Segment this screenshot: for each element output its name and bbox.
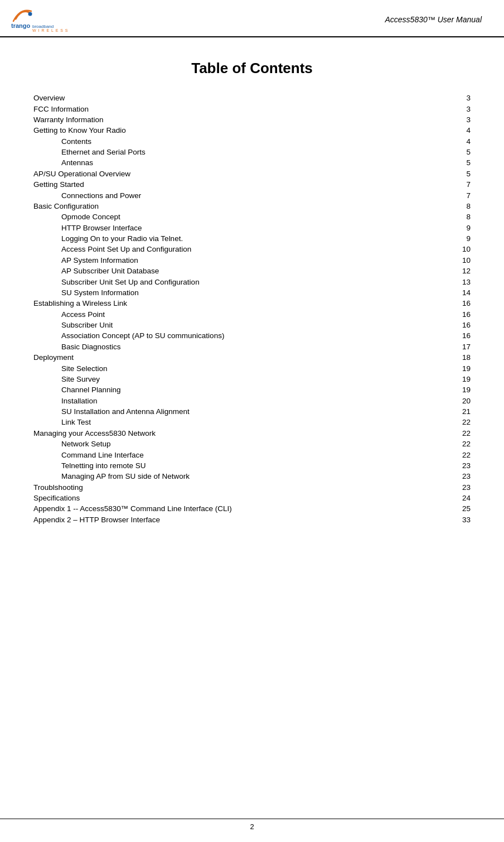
toc-row: Telnetting into remote SU23 [33, 460, 471, 471]
toc-label: Antennas [33, 157, 405, 168]
toc-label: Contents [33, 136, 405, 147]
toc-row: Command Line Interface22 [33, 449, 471, 460]
toc-label: Opmode Concept [33, 211, 405, 222]
toc-page: 7 [405, 179, 471, 190]
toc-page: 19 [405, 384, 471, 395]
toc-label: Appendix 1 -- Access5830™ Command Line I… [33, 503, 405, 514]
toc-row: Basic Configuration8 [33, 201, 471, 211]
toc-row: Establishing a Wireless Link16 [33, 298, 471, 309]
page-number: 2 [250, 822, 254, 831]
toc-label: SU System Information [33, 287, 405, 298]
logo-area: trango broadband W I R E L E S S [11, 7, 72, 32]
toc-row: Overview3 [33, 93, 471, 103]
toc-label: Basic Diagnostics [33, 341, 405, 352]
toc-row: Contents4 [33, 136, 471, 147]
toc-row: Getting to Know Your Radio4 [33, 125, 471, 136]
toc-row: Appendix 2 – HTTP Browser Interface33 [33, 514, 471, 525]
toc-row: Subscriber Unit16 [33, 320, 471, 330]
toc-label: Managing AP from SU side of Network [33, 471, 405, 482]
toc-row: Warranty Information3 [33, 114, 471, 125]
toc-page: 24 [405, 493, 471, 503]
toc-row: FCC Information3 [33, 103, 471, 114]
toc-label: Link Test [33, 417, 405, 427]
toc-page: 7 [405, 190, 471, 200]
logo-box: trango broadband W I R E L E S S [11, 7, 72, 32]
toc-page: 22 [405, 449, 471, 460]
toc-row: SU System Information14 [33, 287, 471, 298]
toc-page: 19 [405, 363, 471, 373]
toc-page: 4 [405, 136, 471, 147]
toc-page: 23 [405, 471, 471, 482]
toc-label: Access Point [33, 309, 405, 320]
toc-page: 21 [405, 406, 471, 417]
toc-label: Basic Configuration [33, 201, 405, 211]
toc-page: 10 [405, 255, 471, 266]
toc-page: 5 [405, 147, 471, 157]
toc-page: 9 [405, 223, 471, 233]
toc-label: Deployment [33, 352, 405, 363]
toc-page: 16 [405, 330, 471, 341]
toc-page: 18 [405, 352, 471, 363]
toc-row: Link Test22 [33, 417, 471, 427]
toc-page: 9 [405, 233, 471, 244]
toc-label: Network Setup [33, 439, 405, 449]
toc-page: 22 [405, 417, 471, 427]
toc-label: Ethernet and Serial Ports [33, 147, 405, 157]
toc-label: Getting to Know Your Radio [33, 125, 405, 136]
toc-page: 8 [405, 211, 471, 222]
toc-table: Overview3FCC Information3Warranty Inform… [33, 93, 471, 525]
toc-page: 3 [405, 93, 471, 103]
toc-page: 5 [405, 169, 471, 179]
toc-row: Managing your Access5830 Network22 [33, 428, 471, 439]
toc-label: Subscriber Unit [33, 320, 405, 330]
toc-label: Site Survey [33, 374, 405, 384]
header-title: Access5830™ User Manual [385, 15, 482, 24]
toc-label: Appendix 2 – HTTP Browser Interface [33, 514, 405, 525]
page-header: trango broadband W I R E L E S S Access5… [0, 0, 504, 37]
toc-row: Association Concept (AP to SU communicat… [33, 330, 471, 341]
toc-row: Basic Diagnostics17 [33, 341, 471, 352]
main-content: Table of Contents Overview3FCC Informati… [0, 37, 504, 559]
toc-label: Troublshooting [33, 482, 405, 493]
toc-row: AP Subscriber Unit Database12 [33, 266, 471, 276]
toc-row: Ethernet and Serial Ports5 [33, 147, 471, 157]
toc-label: Overview [33, 93, 405, 103]
toc-label: Managing your Access5830 Network [33, 428, 405, 439]
toc-row: Appendix 1 -- Access5830™ Command Line I… [33, 503, 471, 514]
toc-label: SU Installation and Antenna Alignment [33, 406, 405, 417]
svg-text:W I R E L E S S: W I R E L E S S [32, 28, 69, 32]
svg-point-0 [28, 12, 32, 16]
toc-row: AP/SU Operational Overview5 [33, 169, 471, 179]
toc-row: Connections and Power7 [33, 190, 471, 200]
toc-heading: Table of Contents [33, 60, 471, 77]
toc-row: Getting Started7 [33, 179, 471, 190]
toc-page: 3 [405, 103, 471, 114]
toc-label: Site Selection [33, 363, 405, 373]
toc-page: 10 [405, 244, 471, 254]
toc-row: Subscriber Unit Set Up and Configuration… [33, 276, 471, 287]
toc-page: 22 [405, 439, 471, 449]
toc-page: 22 [405, 428, 471, 439]
toc-row: Logging On to your Radio via Telnet.9 [33, 233, 471, 244]
toc-page: 14 [405, 287, 471, 298]
toc-row: Managing AP from SU side of Network23 [33, 471, 471, 482]
toc-label: Connections and Power [33, 190, 405, 200]
toc-page: 16 [405, 298, 471, 309]
toc-page: 33 [405, 514, 471, 525]
page-container: trango broadband W I R E L E S S Access5… [0, 0, 504, 842]
toc-page: 19 [405, 374, 471, 384]
toc-label: AP Subscriber Unit Database [33, 266, 405, 276]
toc-row: Site Selection19 [33, 363, 471, 373]
toc-label: Association Concept (AP to SU communicat… [33, 330, 405, 341]
toc-label: FCC Information [33, 103, 405, 114]
toc-label: Installation [33, 396, 405, 406]
toc-page: 16 [405, 320, 471, 330]
toc-label: HTTP Browser Interface [33, 223, 405, 233]
page-footer: 2 [0, 819, 504, 831]
toc-row: Network Setup22 [33, 439, 471, 449]
toc-row: Access Point Set Up and Configuration10 [33, 244, 471, 254]
toc-page: 25 [405, 503, 471, 514]
toc-page: 20 [405, 396, 471, 406]
toc-label: Logging On to your Radio via Telnet. [33, 233, 405, 244]
toc-row: Access Point16 [33, 309, 471, 320]
